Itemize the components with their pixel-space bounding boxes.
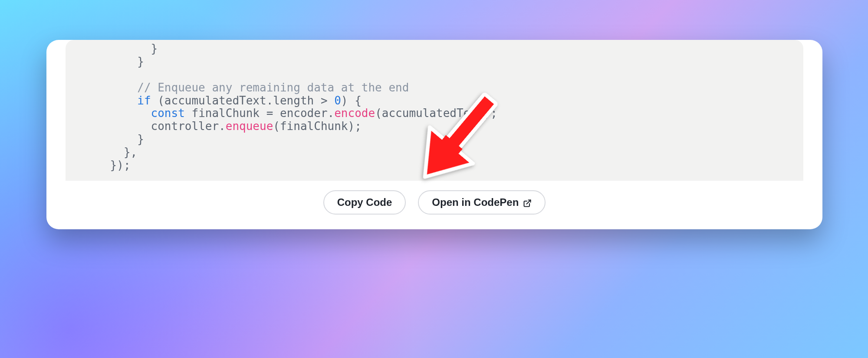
code-punct: . (266, 94, 273, 107)
code-number: 0 (334, 94, 341, 107)
code-line: } (83, 55, 144, 68)
code-ident: (accumulatedText (151, 94, 266, 107)
open-in-codepen-label: Open in CodePen (432, 196, 519, 208)
button-row: Copy Code Open in CodePen (46, 190, 822, 215)
code-content: } } // Enqueue any remaining data at the… (66, 42, 803, 172)
copy-code-label: Copy Code (337, 196, 392, 208)
code-block: } } // Enqueue any remaining data at the… (66, 40, 803, 181)
code-punct: (finalChunk); (273, 120, 362, 133)
code-method: enqueue (226, 120, 273, 133)
code-line: }); (83, 159, 131, 172)
code-punct: ) { (341, 94, 362, 107)
code-keyword: if (137, 94, 151, 107)
code-punct: . (219, 120, 226, 133)
code-line (83, 94, 137, 107)
code-keyword: const (151, 107, 185, 120)
svg-line-0 (527, 200, 531, 204)
code-method: encode (334, 107, 375, 120)
external-link-icon (523, 198, 532, 207)
code-ident: finalChunk (185, 107, 266, 120)
code-punct: > (314, 94, 334, 107)
code-card: } } // Enqueue any remaining data at the… (46, 40, 822, 229)
code-line: }, (83, 146, 137, 159)
code-punct: = encoder (266, 107, 328, 120)
code-punct: (accumulatedText); (375, 107, 497, 120)
code-line (83, 81, 137, 94)
code-ident: length (273, 94, 314, 107)
code-line: } (83, 133, 144, 146)
code-line (83, 107, 151, 120)
copy-code-button[interactable]: Copy Code (323, 190, 406, 215)
code-line: } (83, 42, 158, 55)
code-ident: controller (83, 120, 219, 133)
open-in-codepen-button[interactable]: Open in CodePen (418, 190, 546, 215)
code-comment: // Enqueue any remaining data at the end (137, 81, 409, 94)
code-punct: . (328, 107, 335, 120)
